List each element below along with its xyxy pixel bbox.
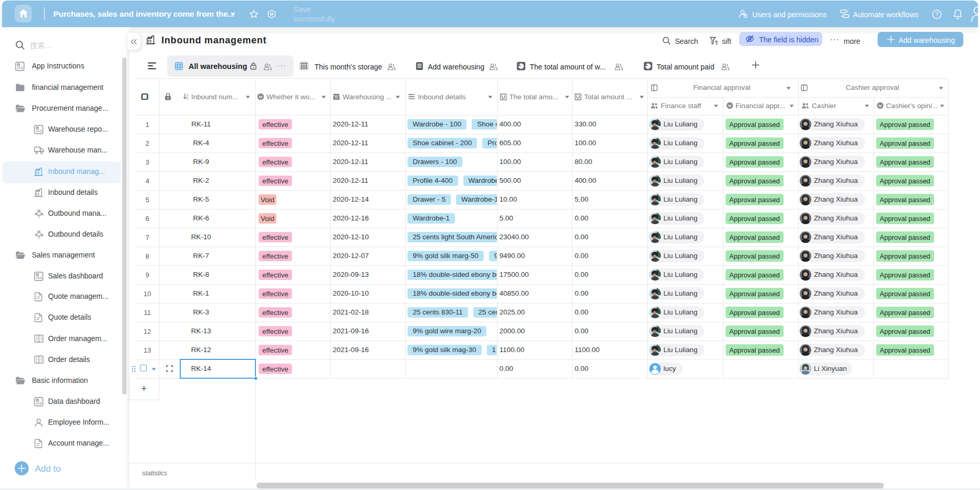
- svg-text:2: 2: [186, 97, 189, 100]
- svg-text:?: ?: [935, 11, 938, 17]
- svg-text:1: 1: [186, 93, 189, 97]
